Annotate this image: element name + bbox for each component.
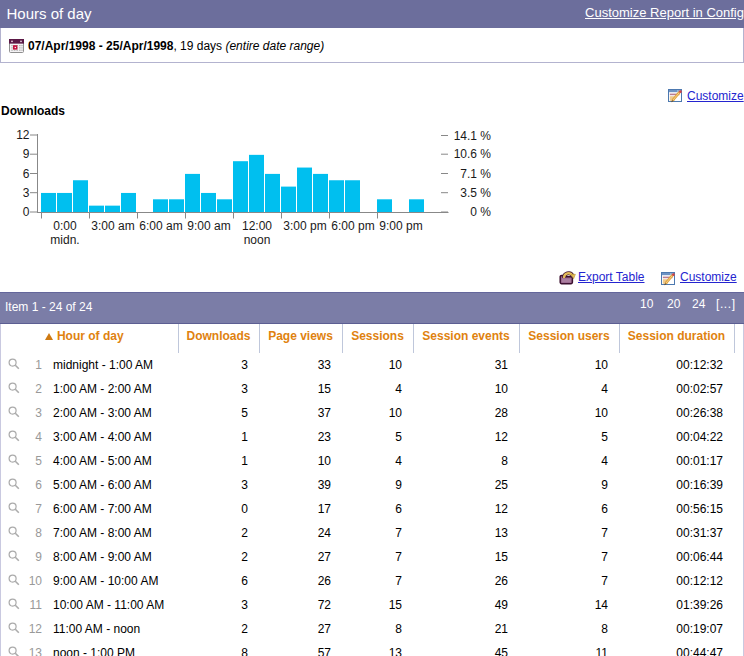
svg-text:noon: noon	[244, 233, 271, 247]
svg-text:12:00: 12:00	[242, 219, 272, 233]
svg-text:6: 6	[23, 167, 30, 181]
svg-text:12: 12	[16, 128, 30, 142]
svg-text:3:00 am: 3:00 am	[91, 219, 134, 233]
svg-text:9: 9	[23, 147, 30, 161]
svg-text:3.5 %: 3.5 %	[460, 186, 491, 200]
svg-text:3: 3	[23, 186, 30, 200]
svg-text:midn.: midn.	[50, 233, 79, 247]
svg-text:0: 0	[23, 205, 30, 219]
svg-text:9:00 am: 9:00 am	[187, 219, 230, 233]
svg-text:0 %: 0 %	[470, 205, 491, 219]
svg-text:10.6 %: 10.6 %	[454, 147, 492, 161]
svg-text:6:00 am: 6:00 am	[139, 219, 182, 233]
svg-text:9:00 pm: 9:00 pm	[379, 219, 422, 233]
svg-text:14.1 %: 14.1 %	[454, 129, 492, 143]
svg-text:6:00 pm: 6:00 pm	[331, 219, 374, 233]
svg-text:7.1 %: 7.1 %	[460, 167, 491, 181]
svg-text:0:00: 0:00	[53, 219, 77, 233]
svg-text:3:00 pm: 3:00 pm	[283, 219, 326, 233]
